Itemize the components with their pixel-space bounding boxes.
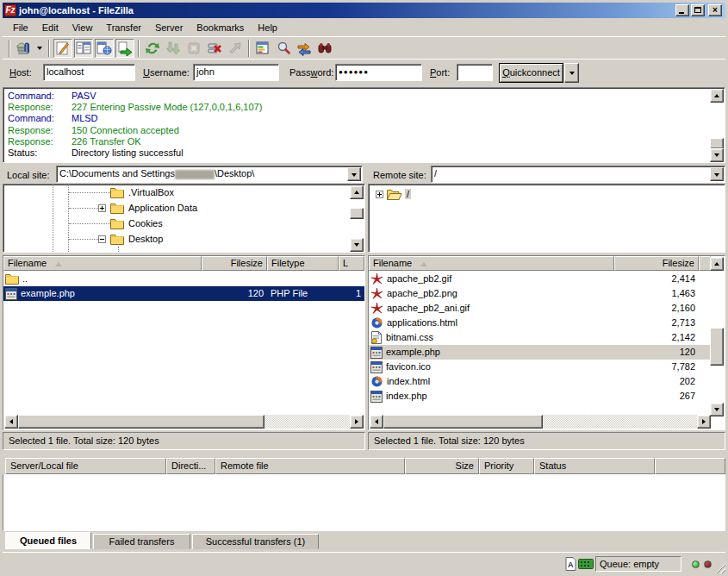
message-log: Command:PASV Response:227 Entering Passi… [3, 87, 725, 163]
tab-successful-transfers[interactable]: Successful transfers (1) [192, 534, 319, 549]
file-row[interactable]: apache_pb2.png 1,463 [369, 286, 711, 301]
folder-icon [110, 187, 124, 198]
port-input[interactable] [457, 64, 493, 81]
transfer-type-icon[interactable]: A [564, 557, 576, 571]
column-header-lastmodified[interactable]: L [339, 256, 364, 271]
compare-icon [276, 41, 291, 56]
column-header-filename[interactable]: Filename [3, 256, 202, 271]
site-manager-dropdown[interactable] [34, 39, 45, 58]
tree-guide [69, 208, 98, 209]
remote-list-vscrollbar[interactable] [710, 257, 724, 416]
expand-icon[interactable] [98, 204, 106, 212]
tree-item-virtualbox[interactable]: .VirtualBox [110, 185, 176, 200]
local-list-hscrollbar[interactable] [4, 415, 364, 429]
file-row[interactable]: bitnami.css 2,142 [369, 330, 711, 345]
tree-guide [68, 185, 69, 252]
username-input[interactable]: john [193, 64, 279, 81]
file-row[interactable]: favicon.ico 7,782 [369, 360, 711, 374]
file-row[interactable]: index.html 202 [369, 374, 711, 389]
file-row[interactable]: applications.html 2,713 [369, 316, 711, 330]
sync-browsing-button[interactable] [295, 39, 314, 58]
reconnect-button[interactable] [226, 39, 245, 58]
port-label: Port: [430, 67, 450, 78]
queue-column-status[interactable]: Status [534, 458, 655, 474]
toolbar-separator [9, 40, 10, 57]
minimize-button[interactable] [675, 4, 689, 16]
menu-server[interactable]: Server [148, 20, 190, 35]
menu-file[interactable]: File [6, 20, 35, 35]
tab-queued-files[interactable]: Queued files [5, 532, 91, 549]
expand-icon[interactable] [376, 191, 383, 198]
menu-help[interactable]: Help [251, 20, 284, 35]
site-manager-button[interactable] [14, 39, 33, 58]
apache-feather-icon [370, 272, 383, 285]
close-button[interactable]: × [708, 4, 722, 16]
menu-bookmarks[interactable]: Bookmarks [190, 20, 251, 35]
file-row-example-php[interactable]: example.php 120 PHP File 1 [3, 286, 364, 301]
queue-column-direction[interactable]: Directi... [166, 458, 215, 474]
remote-site-combo[interactable]: / [431, 166, 725, 183]
process-queue-button[interactable] [164, 39, 183, 58]
transfer-queue-panel: Server/Local file Directi... Remote file… [3, 452, 725, 531]
queue-column-priority[interactable]: Priority [479, 458, 534, 474]
password-input[interactable]: ●●●●●● [335, 64, 422, 81]
tree-item-application-data[interactable]: Application Data [98, 200, 199, 216]
quickconnect-dropdown[interactable] [564, 63, 579, 83]
toggle-remote-tree-button[interactable] [95, 39, 114, 58]
quickconnect-button[interactable]: Quickconnect [499, 63, 563, 83]
cancel-button[interactable] [184, 39, 203, 58]
remote-site-dropdown[interactable] [710, 167, 724, 181]
file-row[interactable]: apache_pb2_ani.gif 2,160 [369, 301, 711, 316]
local-tree-scrollbar[interactable] [350, 185, 364, 252]
file-row[interactable]: apache_pb2.gif 2,414 [369, 272, 711, 286]
local-site-combo[interactable]: C:\Documents and Settings\Desktop\ [56, 166, 363, 183]
folder-icon [110, 234, 124, 245]
remote-tree-icon [96, 41, 112, 56]
dropdown-arrow-icon [714, 173, 719, 179]
column-header-filesize[interactable]: Filesize [202, 256, 267, 271]
tree-item-cookies[interactable]: Cookies [110, 216, 165, 231]
tab-failed-transfers[interactable]: Failed transfers [93, 534, 190, 549]
resize-grip[interactable] [714, 562, 725, 573]
column-header-filetype[interactable]: Filetype [267, 256, 339, 271]
filter-button[interactable] [253, 39, 272, 58]
column-header-filename[interactable]: Filename [369, 256, 614, 271]
menu-view[interactable]: View [65, 20, 100, 35]
maximize-button[interactable] [691, 4, 705, 16]
local-site-dropdown[interactable] [347, 167, 361, 181]
scroll-left-icon [372, 419, 378, 424]
css-file-icon [370, 331, 383, 344]
collapse-icon[interactable] [98, 235, 106, 243]
file-row-selected[interactable]: example.php 120 [369, 345, 711, 360]
file-row-parent-dir[interactable]: .. [3, 272, 364, 286]
column-header-filesize[interactable]: Filesize [614, 256, 699, 271]
app-icon[interactable]: Fz [4, 4, 16, 16]
file-row[interactable]: index.php 267 [369, 389, 711, 404]
menu-transfer[interactable]: Transfer [99, 20, 148, 35]
compare-button[interactable] [274, 39, 293, 58]
scroll-left-icon [7, 419, 13, 424]
toggle-log-button[interactable] [53, 39, 72, 58]
find-files-button[interactable] [315, 39, 334, 58]
log-scrollbar[interactable] [710, 89, 724, 162]
scroll-right-icon [355, 419, 361, 424]
refresh-button[interactable] [143, 39, 162, 58]
tree-item-desktop[interactable]: Desktop [98, 231, 165, 247]
maximize-icon [694, 7, 701, 13]
remote-site-label: Remote site: [373, 170, 426, 180]
queue-column-server-local-file[interactable]: Server/Local file [5, 458, 166, 474]
quickconnect-bar: Host: localhost Username: john Password:… [3, 59, 725, 85]
encryption-icon[interactable] [578, 559, 594, 569]
remote-list-hscrollbar[interactable] [370, 415, 711, 429]
queue-column-remote-file[interactable]: Remote file [215, 458, 405, 474]
toggle-queue-button[interactable] [115, 39, 134, 58]
disconnect-button[interactable] [205, 39, 224, 58]
tree-item-root[interactable]: / [376, 186, 411, 202]
host-input[interactable]: localhost [43, 64, 135, 81]
menu-edit[interactable]: Edit [35, 20, 65, 35]
message-log-icon [55, 41, 71, 56]
log-line: Status:Directory listing successful [3, 147, 725, 159]
toggle-local-tree-button[interactable] [74, 39, 93, 58]
queue-column-size[interactable]: Size [405, 458, 479, 474]
username-label: Username: [143, 67, 190, 78]
